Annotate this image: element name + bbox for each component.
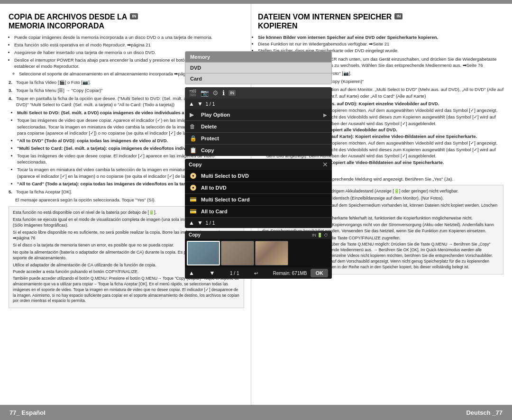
- thumbnail-panel: Copy IN 🔋 ⏱ ▲ ▼: [185, 231, 332, 279]
- copy-option-multi-card[interactable]: 💳 Multi Select to Card: [185, 194, 332, 206]
- delete-icon: 🗑: [190, 123, 197, 130]
- left-note-8: También puede acceder utilizando el botó…: [13, 276, 240, 304]
- menu-nav-bar: ▲ ▼ 1 / 1: [185, 99, 332, 109]
- all-dvd-icon: 📀: [190, 184, 197, 191]
- remain-text: Remain: 671MB: [273, 271, 307, 276]
- copy-nav-up[interactable]: ▲: [189, 219, 194, 226]
- copy-label: Copy: [201, 147, 214, 153]
- multi-card-icon: 💳: [190, 196, 197, 203]
- photo-icon[interactable]: 📷: [201, 89, 209, 97]
- left-section-title: COPIA DE ARCHIVOS DESDE LA MEMORIA INCOR…: [9, 12, 244, 30]
- copy-option-all-card[interactable]: 💳 All to Card: [185, 206, 332, 218]
- page: COPIA DE ARCHIVOS DESDE LA MEMORIA INCOR…: [0, 0, 512, 420]
- video-icon[interactable]: 🎬: [189, 89, 197, 97]
- right-bullet-1: Sie können Bilder vom internen Speicher …: [258, 34, 503, 41]
- ui-panel-wrapper: Memory DVD Card 🎬 📷 ⚙ ℹ IN ▲ ▼ 1 / 1: [185, 51, 332, 279]
- remain-back-arrow[interactable]: ↩: [254, 271, 258, 276]
- thumb-img-3: [256, 241, 288, 265]
- thumb-nav-bar: ▲ ▼ 1 / 1 ↩ Remain: 671MB OK: [185, 267, 332, 279]
- menu-top-bar: 🎬 📷 ⚙ ℹ IN: [185, 87, 332, 99]
- thumb-item-3[interactable]: [255, 241, 288, 265]
- content-area: COPIA DE ARCHIVOS DESDE LA MEMORIA INCOR…: [0, 4, 512, 405]
- copy-page-counter: 1 / 1: [206, 220, 215, 226]
- right-section-title: DATEIEN VOM INTERNEN SPEICHER KOPIEREN I…: [258, 12, 503, 30]
- multi-dvd-icon: 📀: [190, 173, 197, 179]
- left-bullet-1: Puede copiar imágenes desde la memoria i…: [14, 34, 244, 41]
- in-icon: IN: [229, 90, 236, 96]
- thumb-item-2[interactable]: [221, 241, 254, 265]
- play-option-arrow: ▶: [323, 112, 327, 118]
- thumb-page-counter: 1 / 1: [230, 271, 239, 276]
- copy-panel-title: Copy: [189, 162, 202, 167]
- top-bar: [0, 0, 512, 4]
- right-bullet-2: Diese Funktion ist nur im Wiedergabemodu…: [258, 41, 503, 47]
- thumb-item-1[interactable]: [187, 241, 220, 265]
- copy-nav-bar: ▲ ▼ 1 / 1: [185, 218, 332, 228]
- nav-down-arrow[interactable]: ▼: [197, 100, 203, 107]
- multi-dvd-label: Multi Select to DVD: [201, 173, 249, 179]
- thumbnail-grid: [185, 239, 332, 267]
- main-menu-panel: 🎬 📷 ⚙ ℹ IN ▲ ▼ 1 / 1 ▶ Play Option ▶: [185, 87, 332, 156]
- media-option-memory[interactable]: Memory: [185, 52, 331, 63]
- menu-item-play-option[interactable]: ▶ Play Option ▶: [185, 109, 332, 121]
- copy-icon: 📋: [190, 147, 197, 154]
- protect-label: Protect: [201, 136, 219, 141]
- thumb-nav-down[interactable]: ▼: [210, 270, 215, 276]
- menu-item-copy[interactable]: 📋 Copy: [185, 145, 332, 156]
- media-option-dvd[interactable]: DVD: [185, 63, 331, 73]
- thumb-panel-title: Copy: [189, 232, 201, 237]
- right-page-number: Deutsch _77: [466, 409, 503, 416]
- copy-close-btn[interactable]: ✕: [322, 161, 328, 168]
- all-card-label: All to Card: [201, 209, 228, 214]
- left-bullet-2: Esta función sólo está operativa en el m…: [14, 42, 244, 48]
- left-badge: IN: [130, 13, 138, 19]
- delete-label: Delete: [201, 124, 217, 129]
- copy-submenu-panel: Copy ✕ 📀 Multi Select to DVD 📀 All to DV…: [185, 159, 332, 228]
- settings-icon[interactable]: ⚙: [212, 89, 219, 97]
- play-option-icon: ▶: [190, 111, 197, 118]
- nav-up-arrow[interactable]: ▲: [189, 100, 194, 107]
- right-badge: IN: [394, 13, 402, 19]
- all-dvd-label: All to DVD: [201, 185, 227, 191]
- thumb-status-icons: IN 🔋 ⏱: [312, 233, 328, 237]
- thumb-nav-up[interactable]: ▲: [189, 270, 194, 276]
- thumb-img-2: [221, 241, 254, 265]
- media-select-panel: Memory DVD Card: [185, 51, 332, 84]
- remain-bar: Remain: 671MB OK: [273, 269, 328, 277]
- menu-page-counter: 1 / 1: [206, 101, 215, 107]
- play-option-label: Play Option: [201, 112, 230, 118]
- all-card-icon: 💳: [190, 208, 197, 215]
- protect-icon: 🔒: [190, 135, 197, 142]
- info-icon[interactable]: ℹ: [222, 89, 225, 97]
- ok-button[interactable]: OK: [311, 269, 328, 277]
- thumb-img-1: [188, 242, 219, 265]
- copy-option-multi-dvd[interactable]: 📀 Multi Select to DVD: [185, 170, 332, 182]
- right-title-text: DATEIEN VOM INTERNEN SPEICHER KOPIEREN: [258, 12, 392, 30]
- menu-item-delete[interactable]: 🗑 Delete: [185, 121, 332, 133]
- bottom-bar: 77_ Español Deutsch _77: [0, 405, 512, 420]
- multi-card-label: Multi Select to Card: [201, 197, 250, 202]
- thumb-top-bar: Copy IN 🔋 ⏱: [185, 231, 332, 239]
- copy-nav-down[interactable]: ▼: [197, 219, 203, 226]
- media-option-card[interactable]: Card: [185, 73, 331, 84]
- copy-option-all-dvd[interactable]: 📀 All to DVD: [185, 182, 332, 194]
- copy-header: Copy ✕: [185, 159, 332, 170]
- menu-item-protect[interactable]: 🔒 Protect: [185, 133, 332, 145]
- left-page-number: 77_ Español: [9, 409, 46, 416]
- left-title-text: COPIA DE ARCHIVOS DESDE LA MEMORIA INCOR…: [9, 12, 127, 30]
